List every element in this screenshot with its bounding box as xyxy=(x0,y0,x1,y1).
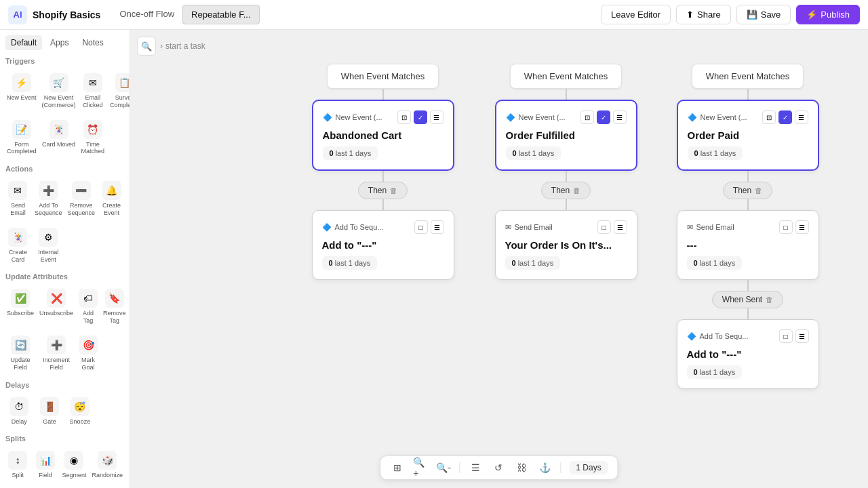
action-create-card[interactable]: 🃏Create Card xyxy=(5,224,31,268)
event-icon-col3: 🔷 xyxy=(688,113,697,122)
node-menu-btn-col1[interactable]: ☰ xyxy=(430,110,443,124)
connector xyxy=(747,199,749,210)
toolbar-connect-icon[interactable]: ⛓ xyxy=(514,460,529,475)
attr-add-tag[interactable]: 🏷Add Tag xyxy=(77,285,99,329)
attr-increment-field[interactable]: ➕Increment Field xyxy=(38,331,75,375)
attr-subscribe[interactable]: ✅Subscribe xyxy=(5,285,35,329)
action-title-col3: --- xyxy=(687,239,809,251)
section-update-attributes-label: Update Attributes xyxy=(5,272,124,281)
action-remove-sequence[interactable]: ➖Remove Sequence xyxy=(66,177,97,221)
sidebar-tab-notes[interactable]: Notes xyxy=(77,35,108,50)
trigger-node-col3[interactable]: 🔷 New Event (... ⊡ ✓ ☰ Order Paid 0 last… xyxy=(677,100,819,171)
publish-button[interactable]: ⚡ Publish xyxy=(796,5,860,24)
toolbar-grid-icon[interactable]: ⊞ xyxy=(390,460,405,475)
attr-unsubscribe[interactable]: ❌Unsubscribe xyxy=(38,285,75,329)
action-node-col3[interactable]: ✉ Send Email □ ☰ --- 0 last 1 days xyxy=(677,210,819,280)
split-split[interactable]: ↕Split xyxy=(5,447,31,483)
when-header-col1: When Event Matches xyxy=(327,64,439,89)
attr-mark-goal[interactable]: 🎯Mark Goal xyxy=(77,331,99,375)
action-menu-btn-col2[interactable]: ☰ xyxy=(614,220,627,234)
split-randomize[interactable]: 🎲Randomize xyxy=(90,447,124,483)
sidebar-tab-default[interactable]: Default xyxy=(5,35,42,50)
extra-stat-col3: 0 last 1 days xyxy=(687,365,743,379)
action-check-btn-col1[interactable]: □ xyxy=(414,220,428,234)
split-field[interactable]: 📊Field xyxy=(33,447,58,483)
tab-repeatable[interactable]: Repeatable F... xyxy=(182,5,259,24)
delay-delay[interactable]: ⏱Delay xyxy=(5,393,33,430)
sidebar-tab-apps[interactable]: Apps xyxy=(45,35,74,50)
toolbar-anchor-icon[interactable]: ⚓ xyxy=(537,460,552,475)
tab-once-off[interactable]: Once-off Flow xyxy=(111,5,182,24)
action-check-btn-col3[interactable]: □ xyxy=(779,220,793,234)
event-icon-col1: 🔷 xyxy=(323,113,332,122)
days-badge[interactable]: 1 Days xyxy=(569,461,608,474)
action-menu-btn-col3[interactable]: ☰ xyxy=(795,220,809,234)
trigger-new-event[interactable]: ⚡New Event xyxy=(5,69,38,113)
toolbar-zoom-out-icon[interactable]: 🔍- xyxy=(436,460,451,475)
trash-icon-col1: 🗑 xyxy=(390,186,397,195)
action-menu-btn-col1[interactable]: ☰ xyxy=(431,220,444,234)
connector xyxy=(747,89,749,100)
toolbar-list-icon[interactable]: ☰ xyxy=(468,460,483,475)
main-layout: Default Apps Notes Triggers ⚡New Event 🛒… xyxy=(0,30,868,488)
canvas-search-button[interactable]: 🔍 xyxy=(137,37,156,56)
attr-update-field[interactable]: 🔄Update Field xyxy=(5,331,35,375)
trigger-time-matched[interactable]: ⏰Time Matched xyxy=(80,116,106,160)
then-btn-col1[interactable]: Then 🗑 xyxy=(358,182,408,199)
action-send-email[interactable]: ✉Send Email xyxy=(5,177,31,221)
extra-node-col3[interactable]: 🔷 Add To Sequ... □ ☰ Add to "---" 0 last… xyxy=(677,319,819,389)
trigger-node-col2[interactable]: 🔷 New Event (... ⊡ ✓ ☰ Order Fulfilled 0… xyxy=(495,100,637,171)
leave-editor-button[interactable]: Leave Editor xyxy=(601,5,671,24)
action-node-col1[interactable]: 🔷 Add To Sequ... □ ☰ Add to "---" 0 last… xyxy=(312,210,454,280)
when-header-col3: When Event Matches xyxy=(692,64,804,89)
action-internal-event[interactable]: ⚙Internal Event xyxy=(33,224,64,268)
breadcrumb: › start a task xyxy=(160,41,205,51)
trigger-stat-col1: 0 last 1 days xyxy=(323,146,378,160)
node-check-btn-col3[interactable]: ✓ xyxy=(778,110,792,124)
split-segment[interactable]: ◉Segment xyxy=(60,447,87,483)
attr-remove-tag[interactable]: 🔖Remove Tag xyxy=(102,285,127,329)
action-create-event[interactable]: 🔔Create Event xyxy=(99,177,124,221)
action-icon-col1: 🔷 xyxy=(322,223,332,232)
save-button[interactable]: 💾 Save xyxy=(736,5,791,24)
trigger-email-clicked[interactable]: ✉Email Clicked xyxy=(80,69,106,113)
node-menu-btn-col2[interactable]: ☰ xyxy=(613,110,627,124)
extra-check-btn-col3[interactable]: □ xyxy=(779,329,793,343)
trigger-survey-completed[interactable]: 📋Survey Completed xyxy=(108,69,130,113)
connector xyxy=(566,171,567,182)
node-check-btn-col1[interactable]: ✓ xyxy=(414,110,427,124)
toolbar-divider-2 xyxy=(560,462,561,473)
connector xyxy=(382,89,384,100)
action-node-col2[interactable]: ✉ Send Email □ ☰ Your Order Is On It's..… xyxy=(495,210,637,280)
node-copy-btn-col1[interactable]: ⊡ xyxy=(397,110,411,124)
delay-snooze[interactable]: 😴Snooze xyxy=(66,393,94,430)
trigger-card-moved[interactable]: 🃏Card Moved xyxy=(41,116,77,160)
connector xyxy=(382,199,384,210)
update-attributes-grid: ✅Subscribe ❌Unsubscribe 🏷Add Tag 🔖Remove… xyxy=(5,285,124,375)
extra-menu-btn-col3[interactable]: ☰ xyxy=(795,329,809,343)
node-copy-btn-col3[interactable]: ⊡ xyxy=(762,110,776,124)
trigger-form-completed[interactable]: 📝Form Completed xyxy=(5,116,38,160)
when-sent-btn-col3[interactable]: When Sent 🗑 xyxy=(712,291,783,308)
delay-gate[interactable]: 🚪Gate xyxy=(36,393,64,430)
toolbar-zoom-in-icon[interactable]: 🔍+ xyxy=(413,460,428,475)
then-btn-col2[interactable]: Then 🗑 xyxy=(541,182,591,199)
node-menu-btn-col3[interactable]: ☰ xyxy=(795,110,808,124)
extra-title-col3: Add to "---" xyxy=(687,348,809,360)
trigger-title-col3: Order Paid xyxy=(688,129,808,141)
trigger-new-event-commerce[interactable]: 🛒New Event (Commerce) xyxy=(41,69,77,113)
trigger-node-col1[interactable]: 🔷 New Event (... ⊡ ✓ ☰ Abandoned Cart 0 … xyxy=(312,100,454,171)
toolbar-flow-icon[interactable]: ↺ xyxy=(491,460,506,475)
bottom-toolbar: ⊞ 🔍+ 🔍- ☰ ↺ ⛓ ⚓ 1 Days xyxy=(380,455,618,480)
action-icon-col2: ✉ xyxy=(505,223,511,232)
node-check-btn-col2[interactable]: ✓ xyxy=(597,110,610,124)
splits-grid: ↕Split 📊Field ◉Segment 🎲Randomize xyxy=(5,447,124,483)
action-check-btn-col2[interactable]: □ xyxy=(597,220,611,234)
share-button[interactable]: ⬆ Share xyxy=(676,5,731,24)
then-btn-col3[interactable]: Then 🗑 xyxy=(723,182,772,199)
action-add-to-sequence[interactable]: ➕Add To Sequence xyxy=(33,177,64,221)
node-copy-btn-col2[interactable]: ⊡ xyxy=(580,110,594,124)
section-actions-label: Actions xyxy=(5,165,124,173)
connector xyxy=(566,199,567,210)
connector xyxy=(747,280,749,291)
